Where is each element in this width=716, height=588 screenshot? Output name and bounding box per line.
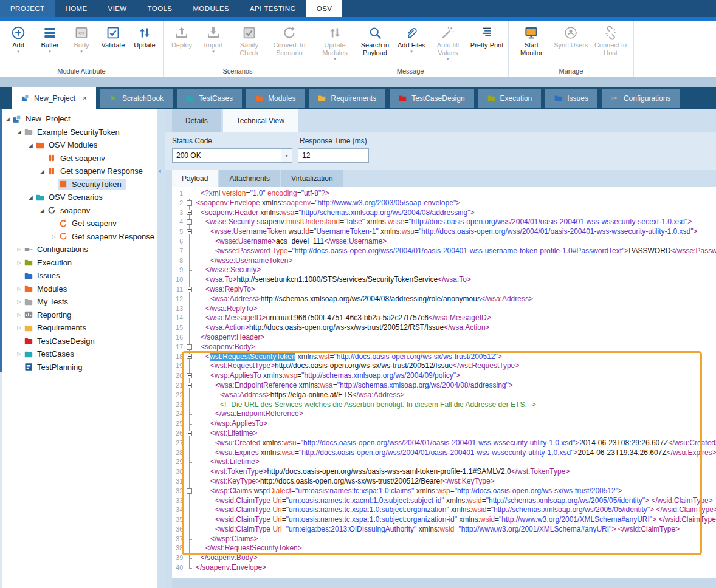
tree-item-get-soapenv[interactable]: Get soapenv bbox=[0, 152, 157, 165]
expander-collapsed-icon[interactable]: ▷ bbox=[15, 312, 23, 318]
tree-item-soapenv[interactable]: ◢soapenv bbox=[0, 204, 157, 217]
expander-expanded-icon[interactable]: ◢ bbox=[27, 194, 35, 200]
tree-item-issues[interactable]: Issues bbox=[0, 269, 157, 282]
ribbon-tab-modules[interactable]: MODULES bbox=[182, 0, 239, 17]
tree-item-testcasedesign[interactable]: TestCaseDesign bbox=[0, 335, 157, 348]
xml-payload-editor[interactable]: 1<?xml version="1.0" encoding="utf-8"?>2… bbox=[172, 187, 716, 578]
body-button[interactable]: </>Body▾ bbox=[66, 23, 97, 54]
add-button[interactable]: Add▾ bbox=[2, 23, 34, 54]
sync-users-button[interactable]: Sync Users bbox=[551, 23, 590, 54]
expander-collapsed-icon[interactable]: ▷ bbox=[15, 299, 23, 304]
ribbon-tab-api-testing[interactable]: API TESTING bbox=[239, 0, 306, 17]
collapse-box-icon[interactable] bbox=[187, 383, 192, 388]
collapse-box-icon[interactable] bbox=[187, 219, 192, 225]
response-time-input[interactable] bbox=[298, 148, 369, 163]
ribbon-tab-project[interactable]: PROJECT bbox=[0, 0, 55, 17]
doc-tab-configurations[interactable]: Configurations bbox=[602, 89, 680, 108]
ribbon-tab-osv[interactable]: OSV bbox=[306, 0, 343, 17]
collapse-box-icon[interactable] bbox=[187, 354, 192, 359]
expander-expanded-icon[interactable]: ◢ bbox=[27, 142, 35, 148]
expander-collapsed-icon[interactable]: ▷ bbox=[15, 351, 23, 357]
chevron-down-icon[interactable]: ▾ bbox=[447, 56, 449, 61]
sanity-check-button[interactable]: Sanity Check bbox=[229, 23, 269, 61]
chevron-down-icon[interactable]: ▾ bbox=[17, 49, 19, 54]
chevron-down-icon[interactable]: ▾ bbox=[49, 49, 51, 54]
expander-expanded-icon[interactable]: ◢ bbox=[38, 168, 46, 174]
pretty-print-button[interactable]: Pretty Print bbox=[468, 23, 506, 54]
tab-attachments[interactable]: Attachments bbox=[219, 170, 280, 187]
collapse-box-icon[interactable] bbox=[187, 200, 192, 206]
import-button[interactable]: Import▾ bbox=[198, 23, 229, 54]
expander-expanded-icon[interactable]: ◢ bbox=[4, 116, 12, 122]
collapse-box-icon[interactable] bbox=[187, 431, 192, 436]
tree-item-my-tests[interactable]: ▷My Tests bbox=[0, 295, 157, 309]
tab-details[interactable]: Details bbox=[172, 109, 221, 132]
expander-collapsed-icon[interactable]: ▷ bbox=[15, 325, 23, 330]
chevron-down-icon[interactable]: ▾ bbox=[334, 56, 336, 61]
tree-item-reporting[interactable]: ▷Reporting bbox=[0, 309, 157, 322]
chevron-down-icon[interactable]: ▾ bbox=[281, 149, 292, 162]
expander-collapsed-icon[interactable]: ▷ bbox=[15, 286, 23, 292]
tree-item-execution[interactable]: ▷Execution bbox=[0, 256, 157, 270]
convert-to-scenario-button[interactable]: Convert To Scenario bbox=[269, 23, 309, 61]
doc-tab-new-project[interactable]: New_Project× bbox=[12, 87, 96, 109]
status-code-select[interactable]: 200 OK ▾ bbox=[172, 148, 292, 163]
tab-payload[interactable]: Payload bbox=[172, 170, 218, 187]
collapse-box-icon[interactable] bbox=[187, 373, 192, 378]
tree-item-osv-scenarios[interactable]: ◢OSV Scenarios bbox=[0, 191, 157, 204]
tree-item-get-soapenv[interactable]: Get soapenv bbox=[0, 217, 157, 230]
doc-tab-testcasedesign[interactable]: TestCaseDesign bbox=[390, 89, 473, 108]
buffer-button[interactable]: Buffer▾ bbox=[34, 23, 66, 54]
ribbon-tab-view[interactable]: VIEW bbox=[98, 0, 137, 17]
tree-item-configurations[interactable]: ▷Configurations bbox=[0, 243, 157, 256]
chevron-down-icon[interactable]: ▾ bbox=[410, 49, 413, 54]
expander-collapsed-icon[interactable]: ▷ bbox=[50, 234, 58, 239]
start-monitor-button[interactable]: Start Monitor bbox=[511, 23, 551, 61]
collapse-box-icon[interactable] bbox=[187, 488, 192, 494]
horizontal-scrollbar[interactable] bbox=[172, 578, 716, 588]
expander-expanded-icon[interactable]: ◢ bbox=[38, 207, 46, 213]
chevron-down-icon[interactable]: ▾ bbox=[80, 49, 83, 54]
tree-item-testplanning[interactable]: TestPlanning bbox=[0, 361, 157, 374]
tree-item-testcases[interactable]: ▷TestCases bbox=[0, 347, 157, 361]
expander-expanded-icon[interactable]: ◢ bbox=[15, 129, 23, 135]
expander-collapsed-icon[interactable]: ▷ bbox=[15, 260, 23, 265]
close-icon[interactable]: × bbox=[83, 95, 87, 102]
update-button[interactable]: Update bbox=[129, 23, 160, 54]
doc-tab-issues[interactable]: Issues bbox=[545, 89, 597, 108]
tree-item-securitytoken[interactable]: SecurityToken bbox=[0, 178, 157, 191]
ribbon-tab-tools[interactable]: TOOLS bbox=[137, 0, 183, 17]
tree-item-modules[interactable]: ▷Modules bbox=[0, 282, 157, 296]
tree-item-requirements[interactable]: ▷Requirements bbox=[0, 321, 157, 335]
update-modules-button[interactable]: Update Modules▾ bbox=[315, 23, 355, 61]
collapse-box-icon[interactable] bbox=[187, 229, 192, 234]
doc-tab-execution[interactable]: Execution bbox=[478, 89, 542, 108]
tab-technical-view[interactable]: Technical View bbox=[223, 109, 298, 132]
tree-item-osv-modules[interactable]: ◢OSV Modules bbox=[0, 138, 157, 152]
collapse-box-icon[interactable] bbox=[187, 344, 192, 350]
tree-item-example-securitytoken[interactable]: ◢Example SecurityToken bbox=[0, 126, 157, 139]
tree-item-label: SecurityToken bbox=[72, 180, 122, 189]
splitter-collapse-icon[interactable]: ◂ bbox=[158, 168, 161, 174]
project-tree[interactable]: ◢New_Project◢Example SecurityToken◢OSV M… bbox=[0, 109, 157, 588]
connect-to-host-button[interactable]: Connect to Host bbox=[591, 23, 631, 61]
doc-tab-scratchbook[interactable]: ScratchBook bbox=[100, 89, 173, 108]
tab-virtualization[interactable]: Virtualization bbox=[281, 170, 342, 187]
deploy-button[interactable]: Deploy bbox=[166, 23, 198, 54]
validate-button[interactable]: Validate bbox=[97, 23, 129, 54]
doc-tab-modules[interactable]: Modules bbox=[246, 89, 305, 108]
collapse-box-icon[interactable] bbox=[187, 287, 192, 292]
chevron-down-icon[interactable]: ▾ bbox=[212, 49, 215, 54]
panel-splitter[interactable]: ◂ bbox=[157, 109, 165, 588]
search-in-payload-button[interactable]: Search in Payload bbox=[355, 23, 395, 61]
doc-tab-testcases[interactable]: TestCases bbox=[177, 89, 242, 108]
ribbon-tab-home[interactable]: HOME bbox=[55, 0, 97, 17]
tree-item-new-project[interactable]: ◢New_Project bbox=[0, 112, 157, 126]
tree-item-get-soapenv-response[interactable]: ▷Get soapenv Response bbox=[0, 230, 157, 244]
collapse-box-icon[interactable] bbox=[187, 210, 192, 215]
expander-collapsed-icon[interactable]: ▷ bbox=[15, 247, 23, 252]
doc-tab-requirements[interactable]: Requirements bbox=[309, 89, 385, 108]
add-files-button[interactable]: Add Files▾ bbox=[395, 23, 428, 54]
tree-item-get-soapenv-response[interactable]: ◢Get soapenv Response bbox=[0, 165, 157, 178]
auto-fill-values-button[interactable]: Auto fill Values▾ bbox=[428, 23, 468, 61]
